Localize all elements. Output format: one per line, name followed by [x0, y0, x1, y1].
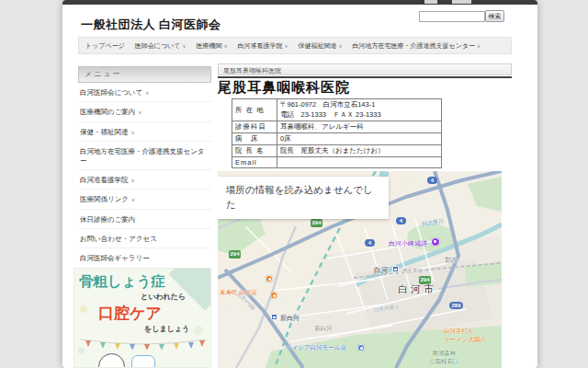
chevron-down-icon	[131, 195, 135, 203]
district-label-kakunai: 郭内	[445, 256, 458, 265]
sidebar-item-nursing-school[interactable]: 白河准看護学院	[78, 170, 211, 190]
restaurant-poi-icon[interactable]	[270, 292, 277, 299]
park-label-line2: 公園桜石口	[429, 358, 459, 364]
table-row-departments: 診療科目 耳鼻咽喉科、アレルギー科	[232, 121, 442, 133]
table-row-address: 所 在 地 〒961-0972 白河市立石143-1 電話 23-1333 ＦＡ…	[232, 99, 442, 121]
bunting-garland-decoration	[78, 337, 209, 350]
sidebar-item-label: 白河地方在宅医療・介護連携支援センター	[80, 147, 209, 165]
banner-title-osteoporosis: 骨粗しょう症	[79, 272, 165, 292]
tohoku-line-label: 東北本線	[402, 268, 423, 274]
row-value: 〒961-0972 白河市立石143-1 電話 23-1333 ＦＡＸ 23-1…	[277, 99, 442, 121]
breadcrumb[interactable]: 尾股耳鼻咽喉科医院	[218, 63, 512, 75]
sidebar-item-label: 保健・福祉関連	[80, 128, 129, 136]
train-station-icon[interactable]	[392, 266, 399, 272]
banner-title-oral-care: 口腔ケア	[98, 303, 162, 324]
oral-care-banner[interactable]: 骨粗しょう症 といわれたら 口腔ケア をしましょう	[74, 268, 211, 368]
chevron-down-icon	[138, 108, 141, 116]
sushi-poi-label[interactable]: 来寿司 白河店	[220, 289, 257, 297]
sidebar-item-label: 医療機関のご案内	[80, 108, 135, 116]
ramen-label-line1: 白河手打ち	[444, 328, 474, 334]
main-content: 尾股耳鼻咽喉科医院 尾股耳鼻咽喉科医院 所 在 地 〒961-0972 白河市立…	[218, 0, 512, 368]
nav-label: トップページ	[85, 41, 125, 51]
sidebar-item-label: 医療関係リンク	[80, 195, 129, 203]
banner-corner-decoration	[168, 268, 211, 311]
page-title: 尾股耳鼻咽喉科医院	[218, 79, 350, 97]
site-page: 検索 一般社団法人 白河医師会 トップページ 医師会について 医療機関 白河准看…	[62, 0, 537, 368]
sidebar-item-holiday-care[interactable]: 休日診療のご案内	[78, 210, 211, 229]
chevron-down-icon	[145, 88, 149, 97]
tooth-mascot-round	[98, 353, 125, 368]
sidebar-item-label: お問い合わせ・アクセス	[80, 235, 157, 243]
route-294-shield: 294	[229, 250, 241, 259]
table-row-beds: 病 床 0床	[232, 133, 442, 145]
ramen-label-line2: ラーメン太陽の	[444, 336, 486, 342]
clinic-info-table: 所 在 地 〒961-0972 白河市立石143-1 電話 23-1333 ＦＡ…	[232, 98, 442, 168]
row-label: 所 在 地	[232, 99, 277, 121]
sidebar-item-about[interactable]: 白河医師会について	[78, 83, 211, 102]
row-value: 耳鼻咽喉科、アレルギー科	[277, 121, 442, 133]
banner-subtitle-1: といわれたら	[141, 292, 186, 302]
banner-dot-decoration	[194, 326, 203, 335]
row-label: 院 長 名	[232, 145, 277, 157]
site-title[interactable]: 一般社団法人 白河医師会	[81, 17, 221, 33]
phone-fax-line: 電話 23-1333 ＦＡＸ 23-1333	[280, 110, 438, 120]
address-line: 〒961-0972 白河市立石143-1	[280, 100, 438, 109]
row-label: Email	[232, 157, 277, 168]
sidebar-item-support-center[interactable]: 白河地方在宅医療・介護連携支援センター	[78, 142, 211, 170]
row-label: 診療科目	[232, 121, 277, 133]
row-value	[277, 157, 442, 168]
sidebar: メニュー 白河医師会について 医療機関のご案内 保健・福祉関連 白河地方在宅医療…	[78, 66, 211, 288]
route-4-shield: 4	[396, 217, 406, 224]
route-4-shield: 4	[365, 239, 375, 247]
sidebar-item-label: 白河准看護学院	[80, 176, 129, 184]
nav-item-top[interactable]: トップページ	[85, 41, 125, 51]
chevron-down-icon	[182, 42, 186, 49]
nav-label: 医師会について	[135, 41, 181, 51]
shin-shirakawa-area-label: 新白河	[314, 325, 333, 333]
castle-poi-icon[interactable]	[431, 237, 440, 247]
castle-poi-label[interactable]: 白河小峰城跡	[389, 239, 427, 248]
restaurant-poi-icon[interactable]	[266, 275, 273, 282]
sidebar-item-label: 白河医師会について	[80, 88, 142, 97]
table-row-email: Email	[232, 157, 442, 168]
title-divider	[218, 76, 512, 78]
park-label-line1: 南湖森林	[432, 350, 456, 356]
nav-item-about[interactable]: 医師会について	[135, 41, 187, 51]
map-error-message: 場所の情報を読み込めませんでした	[218, 177, 389, 219]
banner-dot-decoration	[80, 305, 87, 313]
embedded-map[interactable]: 阿武隈川 国道4号線 白井掛通り 294 294 294 4 4 4 289 白…	[218, 171, 502, 368]
route-4-shield: 4	[427, 177, 437, 184]
banner-subtitle-2: をしましょう	[144, 324, 189, 334]
route-289-shield: 289	[449, 302, 463, 309]
park-label: 南湖森林公園桜石口	[429, 350, 459, 366]
row-value: 院長 尾股丈夫（おまたたけお）	[277, 145, 442, 157]
mall-poi-label[interactable]: ベイシア白河モール店	[286, 344, 346, 352]
chevron-down-icon	[131, 128, 135, 136]
sidebar-item-label: 休日診療のご案内	[80, 215, 135, 224]
ramen-poi-label[interactable]: 白河手打ちラーメン太陽の	[444, 328, 486, 344]
train-station-icon[interactable]	[271, 314, 277, 320]
sidebar-menu: 白河医師会について 医療機関のご案内 保健・福祉関連 白河地方在宅医療・介護連携…	[78, 83, 211, 288]
shin-shirakawa-station-label[interactable]: 新白河	[280, 314, 300, 323]
city-label-shirakawa: 白河市	[398, 282, 436, 296]
shirakawa-station-label[interactable]: 白河	[374, 266, 388, 275]
table-row-director: 院 長 名 院長 尾股丈夫（おまたたけお）	[232, 145, 442, 157]
chevron-down-icon	[131, 176, 135, 184]
sidebar-item-links[interactable]: 医療関係リンク	[78, 190, 211, 209]
sidebar-item-medical-guide[interactable]: 医療機関のご案内	[78, 102, 211, 121]
mall-poi-icon[interactable]	[357, 344, 365, 351]
tooth-mascot-square	[131, 355, 155, 368]
sidebar-menu-title: メニュー	[78, 66, 211, 83]
sidebar-item-health-welfare[interactable]: 保健・福祉関連	[78, 122, 211, 142]
route-294-shield: 294	[311, 219, 322, 227]
row-label: 病 床	[232, 133, 277, 145]
sidebar-item-label: 白河医師会ギャラリー	[80, 254, 150, 262]
sidebar-item-gallery[interactable]: 白河医師会ギャラリー	[78, 248, 211, 268]
sidebar-item-contact-access[interactable]: お問い合わせ・アクセス	[78, 229, 211, 248]
row-value: 0床	[277, 133, 442, 145]
